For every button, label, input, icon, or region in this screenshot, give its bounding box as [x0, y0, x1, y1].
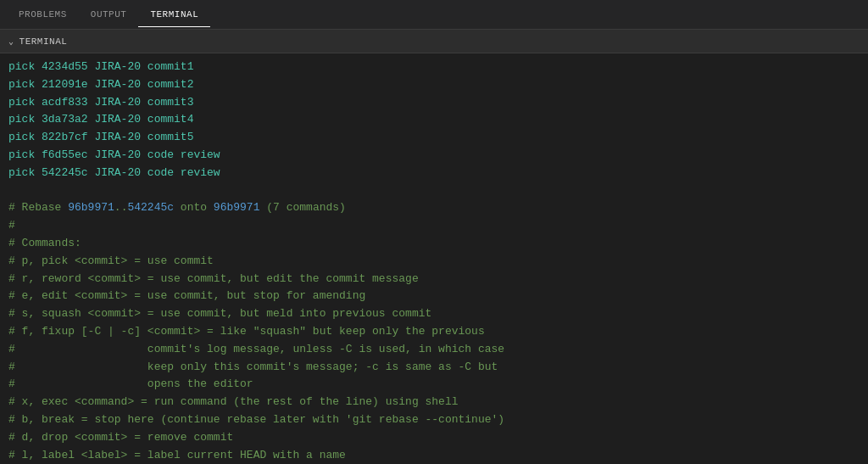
line-comment-x: # x, exec <command> = run command (the r… [8, 394, 860, 411]
line-comment-b: # b, break = stop here (continue rebase … [8, 411, 860, 429]
line-comment-s: # s, squash <commit> = use commit, but m… [8, 305, 860, 323]
line-pick-4: pick 3da73a2 JIRA-20 commit4 [8, 111, 860, 129]
tab-output[interactable]: OUTPUT [79, 3, 139, 26]
line-comment-d: # d, drop <commit> = remove commit [8, 429, 860, 447]
terminal-body[interactable]: pick 4234d55 JIRA-20 commit1 pick 212091… [0, 53, 868, 464]
line-comment-f3: # keep only this commit's message; -c is… [8, 359, 860, 377]
line-comment-e: # e, edit <commit> = use commit, but sto… [8, 288, 860, 305]
line-comment-f4: # opens the editor [8, 376, 860, 394]
line-empty-1 [8, 182, 860, 200]
terminal-header-label: TERMINAL [19, 36, 68, 47]
line-comment-empty: # [8, 217, 860, 235]
line-comment-l: # l, label <label> = label current HEAD … [8, 447, 860, 464]
chevron-down-icon: ⌄ [8, 36, 14, 47]
line-pick-1: pick 4234d55 JIRA-20 commit1 [8, 59, 860, 76]
line-comment-f2: # commit's log message, unless -C is use… [8, 341, 860, 359]
tab-terminal[interactable]: TERMINAL [138, 3, 210, 27]
line-comment-commands: # Commands: [8, 235, 860, 253]
line-pick-2: pick 212091e JIRA-20 commit2 [8, 76, 860, 94]
line-comment-r: # r, reword <commit> = use commit, but e… [8, 271, 860, 288]
panel-tabs: PROBLEMS OUTPUT TERMINAL [0, 0, 868, 30]
line-comment-rebase: # Rebase 96b9971..542245c onto 96b9971 (… [8, 199, 860, 217]
line-comment-f: # f, fixup [-C | -c] <commit> = like "sq… [8, 323, 860, 341]
line-pick-7: pick 542245c JIRA-20 code review [8, 165, 860, 182]
line-comment-p: # p, pick <commit> = use commit [8, 253, 860, 271]
line-pick-6: pick f6d55ec JIRA-20 code review [8, 147, 860, 165]
line-pick-3: pick acdf833 JIRA-20 commit3 [8, 94, 860, 112]
terminal-header-bar: ⌄ TERMINAL [0, 30, 868, 53]
line-pick-5: pick 822b7cf JIRA-20 commit5 [8, 129, 860, 147]
tab-problems[interactable]: PROBLEMS [7, 3, 79, 26]
